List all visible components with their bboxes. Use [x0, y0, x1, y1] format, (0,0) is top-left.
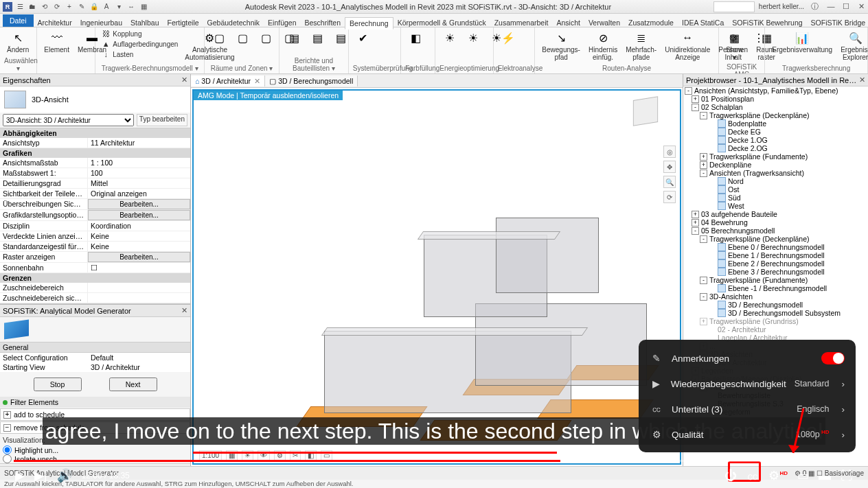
tree-row[interactable]: Nord [683, 177, 868, 185]
tree-row[interactable]: -Tragwerkspläne (Fundamente) [683, 276, 868, 284]
ribbon-button[interactable]: ▤ [330, 29, 351, 47]
qat-button[interactable]: 🔒 [89, 2, 99, 12]
ribbon-button[interactable]: ↘Bewegungs-pfad [539, 29, 583, 62]
radio-isolate[interactable]: Isolate unsch... [0, 454, 190, 463]
menu-quality[interactable]: ⚙ Qualität 1080p HD › [639, 422, 856, 447]
settings-button[interactable]: ⚙HD [768, 468, 788, 483]
tree-row[interactable]: -02 Schalplan [683, 103, 868, 111]
tree-row[interactable]: -3D-Ansichten [683, 292, 868, 301]
ribbon-button[interactable]: ▢ [232, 29, 253, 47]
menu-subtitles[interactable]: ㏄ Untertitel (3) Englisch › [639, 396, 856, 422]
ribbon-button[interactable]: ⚡ [498, 29, 518, 47]
ribbon-button[interactable]: ▤ [284, 29, 304, 47]
tree-row[interactable]: Decke 1.OG [683, 136, 868, 144]
tab-file[interactable]: Datei [3, 14, 34, 27]
property-row[interactable]: Überschreibungen Sichtbarkeit/G...Bearbe… [0, 199, 190, 210]
tab-zusatzmodule[interactable]: Zusatzmodule [624, 17, 678, 28]
edit-type-button[interactable]: Typ bearbeiten [137, 114, 187, 126]
tab-architektur[interactable]: Architektur [34, 17, 76, 28]
tree-row[interactable]: Decke 2.OG [683, 144, 868, 152]
ribbon-button[interactable]: ⊘Hinderniseinfüg. [586, 29, 620, 62]
ribbon-button[interactable]: 🔍Ergebnis-Explorer [838, 29, 868, 62]
ribbon-button[interactable]: ▲Auflagerbedingungen [100, 39, 179, 49]
tree-row[interactable]: 3D / Berechungsmodell [683, 301, 868, 309]
qat-button[interactable]: ☰ [15, 2, 25, 12]
tree-row[interactable]: Ost [683, 185, 868, 194]
search-input[interactable] [713, 1, 755, 12]
tab-ingenieurbau[interactable]: Ingenieurbau [76, 17, 126, 28]
qat-button[interactable]: ⟳ [52, 2, 62, 12]
fullscreen-button[interactable]: ⛶ [841, 469, 853, 483]
tree-row[interactable]: Ebene 2 / Berechnungsmodell [683, 259, 868, 268]
close-icon[interactable]: ✕ [181, 306, 187, 315]
qat-button[interactable]: 🖿 [27, 2, 37, 12]
tree-row[interactable]: 02 - Architektur [683, 325, 868, 334]
ribbon-button[interactable]: ☀ [463, 29, 483, 47]
view-selector[interactable]: 3D-Ansicht: 3D / Architektur [3, 114, 134, 126]
volume-button[interactable]: 🔊 [57, 468, 72, 483]
ribbon-button[interactable]: ≣Mehrfach-pfade [623, 29, 659, 62]
ribbon-button[interactable]: ↖Ändern [4, 29, 32, 55]
tree-row[interactable]: -Tragwerkspläne (Deckenpläne) [683, 111, 868, 119]
tree-row[interactable]: -Ansichten (Ansichtstyp, Familie&Typ, Eb… [683, 86, 868, 95]
tab-ansicht[interactable]: Ansicht [552, 17, 584, 28]
property-row[interactable]: GrafikdarstellungsoptionenBearbeiten... [0, 210, 190, 221]
qat-button[interactable]: A [102, 2, 111, 12]
ribbon-button[interactable]: ◧ [405, 29, 426, 47]
tab-einfügen[interactable]: Einfügen [264, 17, 300, 28]
tree-row[interactable]: Decke EG [683, 128, 868, 136]
tab-sofistik bewehrung[interactable]: SOFiSTiK Bewehrung [728, 17, 806, 28]
tree-row[interactable]: +Tragwerkspläne (Grundriss) [683, 317, 868, 325]
properties-type-header[interactable]: 3D-Ansicht [0, 86, 190, 113]
tab-berechnung[interactable]: Berechnung [345, 17, 393, 30]
ribbon-button[interactable]: ☀ [439, 29, 460, 47]
qat-button[interactable]: ▾ [114, 2, 124, 12]
ribbon-button[interactable]: ▢ [255, 29, 276, 47]
player-settings-menu[interactable]: ✎ Anmerkungen ▶ Wiedergabegeschwindigkei… [639, 340, 856, 452]
orbit-icon[interactable]: ⟳ [663, 191, 676, 203]
play-button[interactable]: ▶ [15, 468, 25, 483]
tree-row[interactable]: Ebene 1 / Berechnungsmodell [683, 251, 868, 259]
menu-annotations[interactable]: ✎ Anmerkungen [639, 345, 856, 371]
ribbon-button[interactable]: ▦Show ▾ [723, 29, 746, 62]
tree-row[interactable]: Ebene 0 / Berechnungsmodell [683, 243, 868, 251]
ribbon-button[interactable]: ⛓Kopplung [100, 29, 179, 38]
qat-button[interactable]: ⟲ [40, 2, 49, 12]
tab-beschriften[interactable]: Beschriften [301, 17, 345, 28]
help-icon[interactable]: ⓘ [811, 1, 819, 12]
tree-row[interactable]: +04 Bewehrung [683, 218, 868, 226]
property-row[interactable]: Ansichtstyp11 Architektur [0, 138, 190, 148]
property-row[interactable]: DisziplinKoordination [0, 221, 190, 231]
ribbon-button[interactable]: ↔UnidirektionaleAnzeige [662, 29, 713, 62]
tree-row[interactable]: +03 aufgehende Bauteile [683, 210, 868, 218]
property-row[interactable]: Zuschneidebereich [0, 283, 190, 293]
property-row[interactable]: Ansichtsmaßstab1 : 100 [0, 158, 190, 168]
theater-button[interactable]: ▬ [819, 469, 831, 483]
user-label[interactable]: herbert keller... [759, 3, 804, 10]
ribbon-button[interactable]: ↓Lasten [100, 49, 179, 59]
property-row[interactable]: Maßstabswert 1:100 [0, 168, 190, 178]
steering-wheel-icon[interactable]: ◎ [663, 146, 676, 158]
tab-idea statica[interactable]: IDEA StatiCa [678, 17, 728, 28]
close-icon[interactable]: ✕ [254, 77, 260, 85]
qat-button[interactable]: ▦ [139, 2, 148, 12]
cc-button[interactable]: ㏄ [746, 467, 759, 484]
property-row[interactable]: Sonnenbahn☐ [0, 263, 190, 273]
tab-stahlbau[interactable]: Stahlbau [126, 17, 163, 28]
minimize-button[interactable]: — [827, 2, 835, 11]
tab-gebäudetechnik[interactable]: Gebäudetechnik [203, 17, 264, 28]
next-button[interactable]: Next [109, 377, 157, 391]
3d-viewport[interactable]: AMG Mode | Temporär ausblenden/isolieren… [192, 89, 681, 465]
close-icon[interactable]: ✕ [859, 75, 865, 84]
ribbon-button[interactable]: ▤ [307, 29, 328, 47]
property-row[interactable]: Sichtbarkeit der TeilelementeOriginal an… [0, 189, 190, 199]
maximize-button[interactable]: ☐ [842, 2, 850, 11]
tree-row[interactable]: -05 Berechnungsmodell [683, 226, 868, 235]
property-row[interactable]: Raster anzeigenBearbeiten... [0, 252, 190, 263]
close-button[interactable]: ✕ [857, 2, 865, 11]
amg-row[interactable]: Select ConfigurationDefault [0, 353, 190, 362]
zoom-icon[interactable]: 🔍 [663, 176, 676, 188]
property-row[interactable]: Zuschneidebereich sichtbar [0, 293, 190, 303]
tab-verwalten[interactable]: Verwalten [584, 17, 624, 28]
tree-row[interactable]: Ebene -1 / Berechnungsmodell [683, 284, 868, 292]
